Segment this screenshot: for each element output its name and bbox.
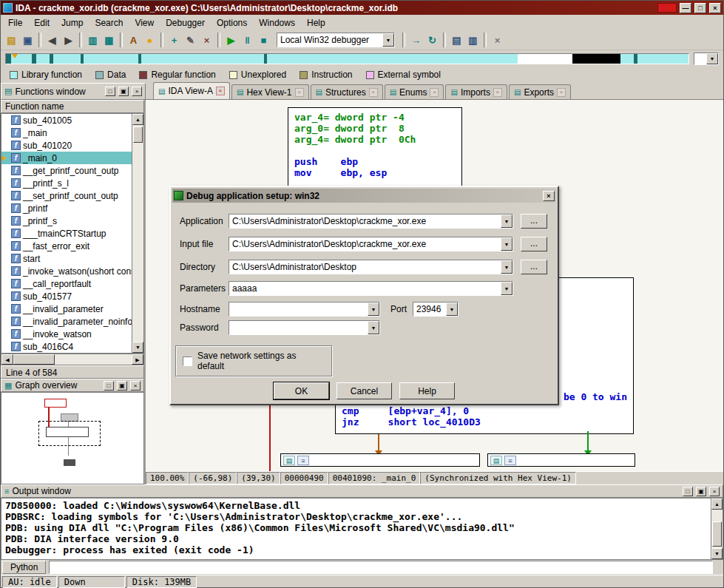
document-tab[interactable]: ▤ IDA View-A × bbox=[153, 82, 230, 99]
back-icon[interactable]: ◀ bbox=[44, 33, 60, 47]
tab-close-icon[interactable]: × bbox=[430, 88, 439, 97]
chevron-down-icon[interactable]: ▼ bbox=[382, 33, 394, 47]
port-field[interactable]: 23946 ▼ bbox=[413, 302, 459, 317]
tab-close-icon[interactable]: × bbox=[369, 88, 378, 97]
panel-close-button[interactable]: × bbox=[130, 381, 141, 391]
navigation-band[interactable] bbox=[5, 53, 689, 64]
stop-process-icon[interactable]: ■ bbox=[256, 33, 271, 47]
tab-python[interactable]: Python bbox=[2, 561, 46, 574]
close-button[interactable]: × bbox=[709, 3, 721, 13]
chevron-down-icon[interactable]: ▼ bbox=[706, 53, 718, 64]
document-tab[interactable]: ▤ Imports × bbox=[445, 84, 507, 99]
chevron-down-icon[interactable]: ▼ bbox=[501, 237, 512, 251]
attach-process-icon[interactable]: → bbox=[408, 33, 424, 47]
chevron-down-icon[interactable]: ▼ bbox=[446, 303, 458, 316]
parameters-field[interactable]: aaaaa ▼ bbox=[229, 281, 513, 296]
help-button[interactable]: Help bbox=[399, 382, 455, 399]
function-row[interactable]: ▶ f _printf bbox=[1, 202, 132, 214]
output-window-header[interactable]: ≡ Output window □ ▣ × bbox=[1, 484, 723, 498]
toolbar-separator[interactable] bbox=[160, 33, 163, 47]
function-row[interactable]: ▶ f _main_0 bbox=[1, 152, 132, 164]
close-view-icon[interactable]: × bbox=[490, 33, 505, 47]
function-row[interactable]: ▶ f __get_printf_count_outp bbox=[1, 164, 132, 177]
edit-icon[interactable]: ✎ bbox=[183, 33, 198, 47]
menu-item[interactable]: Jump bbox=[55, 16, 89, 30]
functions-panel-header[interactable]: ▤ Functions window □ ▣ × bbox=[1, 83, 146, 100]
function-row[interactable]: ▶ f sub_4016C4 bbox=[1, 340, 132, 353]
panel-float-button[interactable]: ▣ bbox=[118, 87, 129, 96]
application-browse-button[interactable]: ... bbox=[521, 214, 547, 229]
functions-horizontal-scrollbar[interactable]: ◀ ▶ bbox=[1, 354, 144, 365]
scroll-thumb[interactable] bbox=[133, 126, 143, 143]
function-row[interactable]: ▶ f __invalid_parameter_noinfo bbox=[1, 315, 132, 328]
menu-item[interactable]: Options bbox=[211, 16, 253, 30]
scroll-down-icon[interactable]: ▼ bbox=[132, 342, 143, 353]
document-tab[interactable]: ▤ Hex View-1 × bbox=[231, 84, 309, 99]
debugger-windows-icon[interactable]: ▤ bbox=[449, 33, 464, 47]
function-row[interactable]: ▶ f __invoke_watson bbox=[1, 328, 132, 340]
functions-column-header[interactable]: Function name bbox=[1, 100, 144, 113]
dialog-close-button[interactable]: × bbox=[543, 191, 555, 201]
cancel-button[interactable]: Cancel bbox=[336, 382, 392, 399]
start-process-icon[interactable]: ▶ bbox=[223, 33, 239, 47]
ok-button[interactable]: OK bbox=[274, 382, 329, 399]
tab-close-icon[interactable]: × bbox=[295, 88, 304, 97]
colors-icon[interactable]: ● bbox=[142, 33, 158, 47]
toolbar-separator[interactable] bbox=[443, 33, 446, 47]
input-file-browse-button[interactable]: ... bbox=[521, 237, 547, 251]
dialog-title-bar[interactable]: Debug application setup: win32 × bbox=[172, 189, 556, 203]
scroll-thumb[interactable] bbox=[712, 521, 722, 547]
function-row[interactable]: ▶ f _invoke_watson(ushort const bbox=[1, 265, 132, 277]
panel-float-button[interactable]: ▣ bbox=[696, 487, 706, 496]
function-row[interactable]: ▶ f sub_401020 bbox=[1, 139, 132, 152]
watch-list-icon[interactable]: ▥ bbox=[465, 33, 481, 47]
function-row[interactable]: ▶ f _main bbox=[1, 126, 132, 139]
function-row[interactable]: ▶ f __invalid_parameter bbox=[1, 303, 132, 315]
document-tab[interactable]: ▤ Enums × bbox=[385, 84, 444, 99]
refresh-icon[interactable]: ↻ bbox=[424, 33, 440, 47]
scroll-track[interactable] bbox=[55, 354, 132, 365]
hostname-field[interactable]: ▼ bbox=[229, 302, 380, 317]
debugger-select[interactable]: Local Win32 debugger ▼ bbox=[277, 33, 395, 47]
toolbar-separator[interactable] bbox=[120, 33, 123, 47]
function-row[interactable]: ▶ f ___tmainCRTStartup bbox=[1, 227, 132, 240]
output-scrollbar[interactable]: ▲ ▼ bbox=[711, 499, 723, 559]
functions-vertical-scrollbar[interactable]: ▲ ▼ bbox=[132, 114, 143, 353]
function-row[interactable]: ▶ f sub_401005 bbox=[1, 114, 132, 126]
scroll-up-icon[interactable]: ▲ bbox=[711, 499, 723, 510]
toolbar-separator[interactable] bbox=[402, 33, 405, 47]
tab-close-icon[interactable]: × bbox=[557, 88, 566, 97]
menu-item[interactable]: Windows bbox=[253, 16, 301, 30]
graph-overview-canvas[interactable] bbox=[1, 392, 144, 484]
menu-item[interactable]: Help bbox=[301, 16, 331, 30]
toolbar-separator[interactable] bbox=[484, 33, 487, 47]
functions-list[interactable]: ▶ f sub_401005 ▶ f _main ▶ f sub_401020 bbox=[1, 113, 144, 354]
forward-icon[interactable]: ▶ bbox=[61, 33, 76, 47]
menu-item[interactable]: Edit bbox=[28, 16, 55, 30]
graph-node-header[interactable]: ▤ ≡ bbox=[280, 453, 480, 467]
output-log[interactable]: 7D850000: loaded C:\Windows\syswow64\Ker… bbox=[1, 498, 723, 560]
save-network-settings-checkbox[interactable] bbox=[183, 356, 192, 366]
scroll-right-icon[interactable]: ▶ bbox=[132, 354, 143, 365]
scroll-left-icon[interactable]: ◀ bbox=[1, 354, 13, 365]
menu-item[interactable]: Debugger bbox=[160, 16, 211, 30]
scroll-track[interactable] bbox=[132, 125, 143, 342]
scroll-up-icon[interactable]: ▲ bbox=[132, 114, 143, 125]
save-icon[interactable]: ▣ bbox=[20, 33, 35, 47]
chevron-down-icon[interactable]: ▼ bbox=[501, 214, 512, 228]
overview-viewport-rect[interactable] bbox=[38, 421, 101, 446]
menu-item[interactable]: Search bbox=[89, 16, 129, 30]
scroll-track[interactable] bbox=[711, 510, 723, 548]
chevron-down-icon[interactable]: ▼ bbox=[501, 260, 512, 274]
toolbar-separator[interactable] bbox=[217, 33, 220, 47]
input-file-field[interactable]: C:\Users\Administrator\Desktop\crackme_x… bbox=[229, 237, 513, 251]
menu-item[interactable]: View bbox=[129, 16, 160, 30]
delete-icon[interactable]: × bbox=[199, 33, 214, 47]
password-field[interactable]: ▼ bbox=[229, 320, 380, 335]
windows-list-icon[interactable]: ▥ bbox=[85, 33, 101, 47]
panel-maximize-button[interactable]: □ bbox=[105, 87, 115, 96]
application-field[interactable]: C:\Users\Administrator\Desktop\crackme_x… bbox=[229, 214, 513, 229]
panel-close-button[interactable]: × bbox=[709, 487, 720, 496]
title-bar[interactable]: IDA - crackme_xor.idb (crackme_xor.exe) … bbox=[1, 1, 723, 15]
scroll-thumb[interactable] bbox=[13, 354, 55, 365]
